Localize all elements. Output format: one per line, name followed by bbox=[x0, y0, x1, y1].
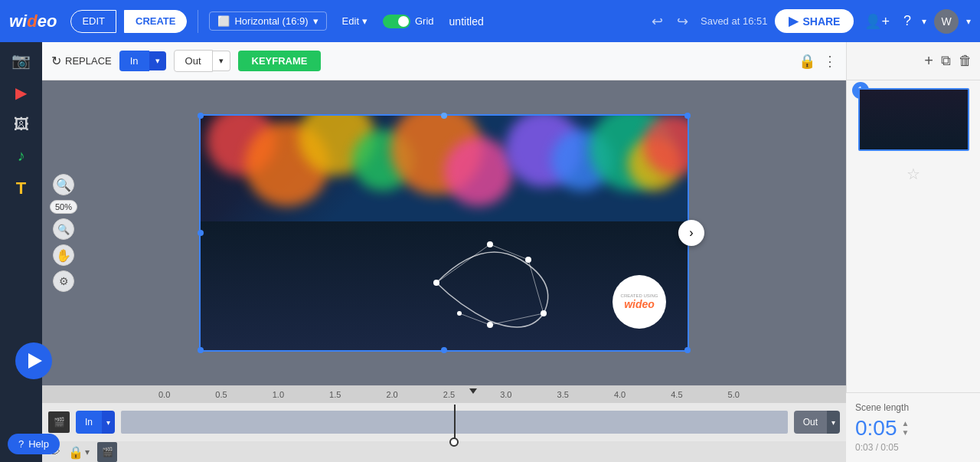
music-icon[interactable]: ♪ bbox=[18, 147, 25, 165]
stepper-down-button[interactable]: ▼ bbox=[902, 429, 910, 437]
scene-icon[interactable]: 🎬 bbox=[48, 411, 70, 433]
next-scene-button[interactable]: › bbox=[678, 220, 704, 246]
video-clip-icon[interactable]: 🎬 bbox=[97, 442, 117, 462]
hand-tool-button[interactable]: ✋ bbox=[53, 244, 74, 266]
ruler-mark-3: 1.5 bbox=[329, 390, 386, 399]
ratio-label: Horizontal (16:9) bbox=[234, 15, 308, 27]
ruler-mark-8: 4.0 bbox=[614, 390, 671, 399]
camera-icon[interactable]: 📷 bbox=[11, 51, 31, 70]
delete-scene-button[interactable]: 🗑 bbox=[959, 53, 972, 69]
avatar-chevron-icon[interactable]: ▾ bbox=[966, 16, 971, 27]
monitor-icon: ⬜ bbox=[217, 15, 230, 27]
svg-line-8 bbox=[528, 260, 544, 313]
navbar: wideo EDIT CREATE ⬜ Horizontal (16:9) ▾ … bbox=[0, 0, 980, 42]
favorite-button[interactable]: ☆ bbox=[906, 165, 920, 183]
timeline-ruler: 0.0 0.5 1.0 1.5 2.0 2.5 3.0 3.5 4.0 4.5 … bbox=[42, 386, 846, 403]
replace-icon: ↻ bbox=[51, 54, 61, 68]
ruler-mark-0: 0.0 bbox=[158, 390, 215, 399]
timeline-area: 0.0 0.5 1.0 1.5 2.0 2.5 3.0 3.5 4.0 4.5 … bbox=[42, 385, 846, 462]
timeline-bottom-bar: 👁 🔒 ▾ 🎬 bbox=[42, 441, 846, 462]
replace-label: REPLACE bbox=[65, 55, 112, 67]
in-button-group: In ▾ bbox=[119, 51, 166, 71]
add-scene-button[interactable]: + bbox=[924, 52, 933, 70]
redo-button[interactable]: ↪ bbox=[672, 11, 693, 31]
animation-svg bbox=[199, 221, 689, 352]
out-button[interactable]: Out bbox=[174, 50, 213, 72]
settings-button[interactable]: ⚙ bbox=[53, 270, 74, 292]
chevron-down-icon[interactable]: ▾ bbox=[922, 16, 926, 27]
undo-button[interactable]: ↩ bbox=[647, 11, 668, 31]
grid-toggle[interactable]: Grid bbox=[383, 15, 434, 28]
in-button[interactable]: In bbox=[119, 51, 149, 71]
track-bar[interactable] bbox=[121, 411, 788, 434]
out-dropdown-button[interactable]: ▾ bbox=[213, 51, 230, 71]
scene-stepper[interactable]: ▲ ▼ bbox=[902, 420, 910, 437]
text-icon[interactable]: T bbox=[16, 179, 26, 198]
ruler-mark-6: 3.0 bbox=[500, 390, 557, 399]
lock-icon[interactable]: 🔒 bbox=[799, 53, 815, 70]
track-in-dropdown[interactable]: ▾ bbox=[102, 411, 115, 434]
bokeh-circles bbox=[199, 114, 689, 221]
main-layout: 📷 ▶ 🖼 ♪ T ↻ REPLACE In ▾ Out ▾ KEYFRAME … bbox=[0, 42, 980, 462]
avatar[interactable]: W bbox=[934, 9, 959, 34]
out-button-group: Out ▾ bbox=[174, 50, 230, 72]
chevron-down-icon: ▾ bbox=[362, 15, 368, 27]
help-label: Help bbox=[28, 438, 49, 450]
canvas-area: 🔍 50% 🔍 ✋ ⚙ bbox=[42, 80, 846, 385]
track-out-button[interactable]: Out bbox=[794, 411, 827, 434]
zoom-out-button[interactable]: 🔍 bbox=[53, 218, 74, 240]
panel-bottom-bar: ☆ bbox=[847, 159, 980, 189]
scene-thumbnail-area: 1 bbox=[847, 80, 980, 159]
svg-line-9 bbox=[490, 313, 544, 325]
edit-dropdown[interactable]: Edit ▾ bbox=[335, 12, 375, 30]
undo-redo-group: ↩ ↪ bbox=[647, 11, 693, 31]
in-dropdown-button[interactable]: ▾ bbox=[149, 51, 166, 70]
toolbar: ↻ REPLACE In ▾ Out ▾ KEYFRAME 🔒 ⋮ bbox=[42, 42, 846, 80]
left-sidebar: 📷 ▶ 🖼 ♪ T bbox=[0, 42, 42, 462]
nav-divider bbox=[198, 10, 198, 33]
help-icon-button[interactable]: ? bbox=[900, 10, 914, 32]
bokeh-image bbox=[199, 114, 689, 221]
zoom-percentage[interactable]: 50% bbox=[50, 200, 77, 214]
track-out-dropdown[interactable]: ▾ bbox=[827, 411, 840, 434]
replace-button[interactable]: ↻ REPLACE bbox=[51, 54, 112, 68]
toggle-switch[interactable] bbox=[383, 15, 410, 28]
lock-icon[interactable]: 🔒 bbox=[68, 445, 83, 460]
edit-button[interactable]: EDIT bbox=[70, 10, 116, 33]
ruler-mark-2: 1.0 bbox=[273, 390, 329, 399]
keyframe-button[interactable]: KEYFRAME bbox=[238, 51, 322, 71]
panel-top-bar: + ⧉ 🗑 bbox=[847, 42, 980, 80]
ruler-mark-10: 5.0 bbox=[728, 390, 785, 399]
create-button[interactable]: CREATE bbox=[124, 10, 187, 33]
right-panel: + ⧉ 🗑 1 ☆ Scene length 0:05 ▲ bbox=[846, 42, 980, 462]
more-options-icon[interactable]: ⋮ bbox=[823, 53, 837, 70]
stepper-up-button[interactable]: ▲ bbox=[902, 420, 910, 428]
play-icon bbox=[28, 353, 42, 369]
share-icon: ▶ bbox=[789, 14, 798, 28]
help-button[interactable]: ? Help bbox=[8, 434, 60, 454]
zoom-in-button[interactable]: 🔍 bbox=[53, 174, 74, 195]
scene-sub-time: 0:03 / 0:05 bbox=[855, 442, 971, 453]
scene-item[interactable]: 1 bbox=[858, 88, 969, 151]
ratio-selector[interactable]: ⬜ Horizontal (16:9) ▾ bbox=[209, 11, 326, 31]
svg-line-6 bbox=[436, 244, 490, 283]
edit-dropdown-label: Edit bbox=[342, 15, 359, 27]
scene-thumbnail[interactable] bbox=[858, 88, 969, 151]
track-in-group: In ▾ bbox=[76, 411, 115, 434]
add-user-button[interactable]: 👤+ bbox=[861, 10, 893, 33]
copy-scene-button[interactable]: ⧉ bbox=[941, 53, 951, 69]
logo: wideo bbox=[9, 11, 57, 31]
scene-length-panel: Scene length 0:05 ▲ ▼ 0:03 / 0:05 bbox=[846, 392, 980, 462]
video-icon[interactable]: ▶ bbox=[15, 84, 27, 102]
saved-status: Saved at 16:51 bbox=[701, 15, 767, 27]
grid-label: Grid bbox=[415, 15, 434, 27]
track-in-button[interactable]: In bbox=[76, 411, 102, 434]
center-area: ↻ REPLACE In ▾ Out ▾ KEYFRAME 🔒 ⋮ 🔍 50% … bbox=[42, 42, 846, 462]
canvas-wrapper: CREATED USING wideo bbox=[199, 114, 689, 352]
lock-chevron-icon[interactable]: ▾ bbox=[85, 447, 90, 457]
ruler-mark-7: 3.5 bbox=[557, 390, 614, 399]
play-button[interactable] bbox=[15, 342, 52, 379]
share-button[interactable]: ▶ SHARE bbox=[775, 9, 854, 33]
ruler-mark-1: 0.5 bbox=[215, 390, 272, 399]
images-icon[interactable]: 🖼 bbox=[14, 116, 29, 133]
